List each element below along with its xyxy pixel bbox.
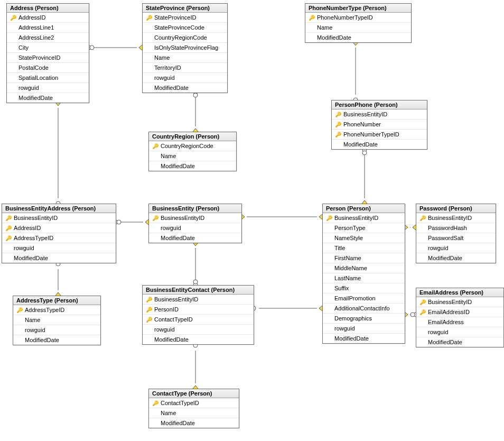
column-row[interactable]: 🔑PasswordSalt	[416, 233, 496, 243]
column-row[interactable]: 🔑ModifiedDate	[416, 337, 503, 347]
column-row[interactable]: 🔑StateProvinceCode	[143, 23, 227, 33]
column-row[interactable]: 🔑Name	[149, 151, 236, 161]
column-row[interactable]: 🔑PersonType	[323, 223, 405, 233]
column-row[interactable]: 🔑ModifiedDate	[332, 140, 427, 149]
table-BusinessEntityContact[interactable]: BusinessEntityContact (Person)🔑BusinessE…	[142, 285, 254, 345]
table-BusinessEntity[interactable]: BusinessEntity (Person)🔑BusinessEntityID…	[148, 204, 242, 243]
column-name: ModifiedDate	[428, 255, 462, 261]
column-name: ModifiedDate	[343, 141, 378, 148]
key-spacer: 🔑	[151, 153, 160, 159]
column-row[interactable]: 🔑AddressTypeID	[13, 305, 100, 315]
column-row[interactable]: 🔑AdditionalContactInfo	[323, 304, 405, 314]
column-row[interactable]: 🔑ContactTypeID	[143, 315, 254, 325]
column-row[interactable]: 🔑PhoneNumberTypeID	[332, 130, 427, 140]
column-row[interactable]: 🔑rowguid	[7, 83, 89, 93]
column-row[interactable]: 🔑LastName	[323, 273, 405, 283]
column-row[interactable]: 🔑ModifiedDate	[149, 418, 239, 428]
column-row[interactable]: 🔑rowguid	[2, 243, 116, 253]
column-row[interactable]: 🔑AddressID	[2, 223, 116, 233]
column-row[interactable]: 🔑ModifiedDate	[2, 253, 116, 263]
column-row[interactable]: 🔑ModifiedDate	[13, 335, 100, 345]
column-row[interactable]: 🔑BusinessEntityID	[323, 213, 405, 223]
column-row[interactable]: 🔑rowguid	[143, 73, 227, 83]
column-row[interactable]: 🔑rowguid	[13, 325, 100, 335]
column-row[interactable]: 🔑Suffix	[323, 283, 405, 293]
column-row[interactable]: 🔑Title	[323, 243, 405, 253]
column-row[interactable]: 🔑ModifiedDate	[305, 33, 411, 42]
column-row[interactable]: 🔑BusinessEntityID	[149, 213, 241, 223]
column-row[interactable]: 🔑AddressID	[7, 13, 89, 23]
column-row[interactable]: 🔑ModifiedDate	[149, 233, 241, 243]
column-row[interactable]: 🔑StateProvinceID	[143, 13, 227, 23]
table-PhoneNumberType[interactable]: PhoneNumberType (Person)🔑PhoneNumberType…	[305, 3, 412, 43]
column-row[interactable]: 🔑SpatialLocation	[7, 73, 89, 83]
column-name: PasswordSalt	[428, 235, 463, 241]
table-AddressType[interactable]: AddressType (Person)🔑AddressTypeID🔑Name🔑…	[13, 296, 101, 345]
column-name: EmailAddressID	[428, 309, 470, 315]
column-row[interactable]: 🔑ModifiedDate	[149, 161, 236, 171]
column-row[interactable]: 🔑EmailPromotion	[323, 293, 405, 304]
column-row[interactable]: 🔑rowguid	[416, 327, 503, 337]
column-row[interactable]: 🔑Name	[149, 408, 239, 418]
table-StateProvince[interactable]: StateProvince (Person)🔑StateProvinceID🔑S…	[142, 3, 228, 93]
column-row[interactable]: 🔑EmailAddress	[416, 317, 503, 327]
column-row[interactable]: 🔑rowguid	[416, 243, 496, 253]
column-row[interactable]: 🔑PostalCode	[7, 63, 89, 73]
column-name: ModifiedDate	[334, 335, 369, 342]
relation-end-many	[117, 220, 121, 224]
column-row[interactable]: 🔑ModifiedDate	[143, 335, 254, 344]
column-row[interactable]: 🔑City	[7, 43, 89, 53]
table-Address[interactable]: Address (Person)🔑AddressID🔑AddressLine1🔑…	[6, 3, 89, 103]
column-row[interactable]: 🔑StateProvinceID	[7, 53, 89, 63]
column-row[interactable]: 🔑ModifiedDate	[323, 334, 405, 343]
table-Password[interactable]: Password (Person)🔑BusinessEntityID🔑Passw…	[416, 204, 496, 263]
column-row[interactable]: 🔑PersonID	[143, 305, 254, 315]
column-row[interactable]: 🔑AddressLine2	[7, 33, 89, 43]
column-row[interactable]: 🔑FirstName	[323, 253, 405, 263]
column-row[interactable]: 🔑AddressTypeID	[2, 233, 116, 243]
column-row[interactable]: 🔑BusinessEntityID	[143, 295, 254, 305]
column-row[interactable]: 🔑NameStyle	[323, 233, 405, 243]
column-name: NameStyle	[334, 235, 363, 241]
column-row[interactable]: 🔑ContactTypeID	[149, 398, 239, 408]
column-row[interactable]: 🔑rowguid	[149, 223, 241, 233]
column-row[interactable]: 🔑Name	[143, 53, 227, 63]
table-title: BusinessEntityAddress (Person)	[2, 204, 116, 213]
column-row[interactable]: 🔑ModifiedDate	[7, 93, 89, 103]
column-row[interactable]: 🔑ModifiedDate	[416, 253, 496, 263]
column-row[interactable]: 🔑PhoneNumberTypeID	[305, 13, 411, 23]
column-row[interactable]: 🔑PasswordHash	[416, 223, 496, 233]
column-row[interactable]: 🔑BusinessEntityID	[332, 109, 427, 120]
key-spacer: 🔑	[145, 65, 153, 71]
table-Person[interactable]: Person (Person)🔑BusinessEntityID🔑PersonT…	[322, 204, 405, 344]
column-row[interactable]: 🔑IsOnlyStateProvinceFlag	[143, 43, 227, 53]
table-CountryRegion[interactable]: CountryRegion (Person)🔑CountryRegionCode…	[148, 132, 237, 171]
column-name: rowguid	[428, 245, 449, 251]
column-row[interactable]: 🔑CountryRegionCode	[149, 141, 236, 151]
column-row[interactable]: 🔑rowguid	[323, 324, 405, 334]
table-EmailAddress[interactable]: EmailAddress (Person)🔑BusinessEntityID🔑E…	[416, 288, 504, 347]
column-row[interactable]: 🔑Demographics	[323, 314, 405, 324]
key-spacer: 🔑	[418, 329, 427, 335]
column-row[interactable]: 🔑BusinessEntityID	[416, 297, 503, 307]
table-BusinessEntityAddress[interactable]: BusinessEntityAddress (Person)🔑BusinessE…	[2, 204, 116, 263]
column-row[interactable]: 🔑ModifiedDate	[143, 83, 227, 93]
column-row[interactable]: 🔑rowguid	[143, 325, 254, 335]
key-spacer: 🔑	[9, 25, 17, 31]
key-spacer: 🔑	[325, 245, 333, 251]
column-row[interactable]: 🔑PhoneNumber	[332, 120, 427, 130]
table-PersonPhone[interactable]: PersonPhone (Person)🔑BusinessEntityID🔑Ph…	[331, 100, 427, 150]
column-row[interactable]: 🔑EmailAddressID	[416, 307, 503, 317]
column-row[interactable]: 🔑Name	[305, 23, 411, 33]
column-row[interactable]: 🔑TerritoryID	[143, 63, 227, 73]
key-spacer: 🔑	[145, 327, 153, 333]
column-row[interactable]: 🔑AddressLine1	[7, 23, 89, 33]
column-row[interactable]: 🔑BusinessEntityID	[416, 213, 496, 223]
table-ContactType[interactable]: ContactType (Person)🔑ContactTypeID🔑Name🔑…	[148, 389, 239, 428]
column-name: CountryRegionCode	[161, 143, 213, 149]
column-row[interactable]: 🔑Name	[13, 315, 100, 325]
column-name: Demographics	[334, 315, 372, 321]
column-row[interactable]: 🔑CountryRegionCode	[143, 33, 227, 43]
column-row[interactable]: 🔑BusinessEntityID	[2, 213, 116, 223]
column-row[interactable]: 🔑MiddleName	[323, 263, 405, 273]
